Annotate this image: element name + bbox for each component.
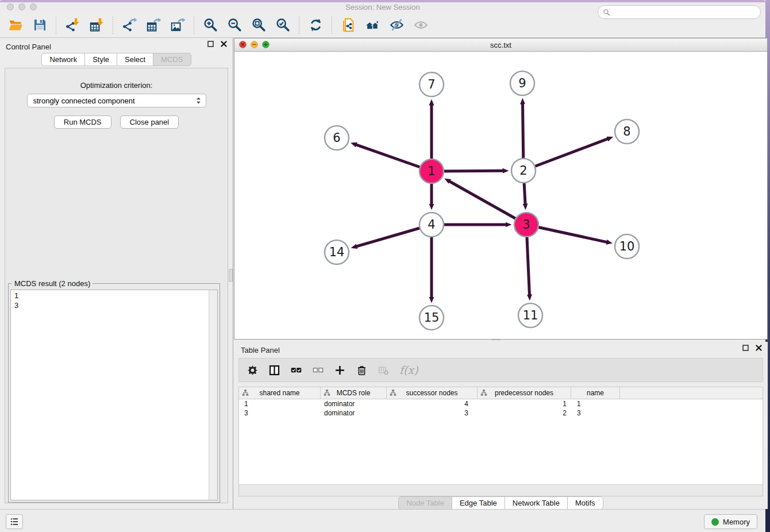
close-table-panel-icon[interactable] [756,345,762,351]
search-input[interactable] [613,7,760,17]
close-panel-button[interactable]: Close panel [120,115,179,129]
network-window-titlebar[interactable]: scc.txt [234,38,767,52]
table-cell[interactable]: 1 [478,399,571,408]
svg-text:11: 11 [523,309,538,322]
column-header-successor-nodes[interactable]: successor nodes [387,387,478,399]
memory-label: Memory [723,518,750,526]
select-all-icon[interactable] [290,364,302,376]
tab-select[interactable]: Select [117,53,153,66]
svg-text:7: 7 [428,78,435,91]
graph-node-10[interactable]: 10 [615,234,639,259]
float-panel-icon[interactable] [207,41,214,47]
table-settings-icon[interactable] [247,364,259,376]
delete-column-icon[interactable] [356,364,368,376]
close-panel-icon[interactable] [221,41,227,47]
search-box[interactable] [598,5,761,19]
network-graph[interactable]: 7968124314101511 [234,52,767,339]
toolbar-separator [194,17,194,34]
table-toolbar: f(x) [238,358,763,382]
node-table: shared nameMCDS rolesuccessor nodesprede… [238,387,763,496]
control-panel-title: Control Panel [6,43,51,51]
zoom-selected-icon[interactable] [273,16,292,35]
graph-edge-3-1[interactable] [449,181,527,225]
tab-mcds[interactable]: MCDS [153,53,191,66]
clone-network-icon[interactable] [338,16,358,35]
graph-node-3[interactable]: 3 [514,213,538,237]
tab-motifs[interactable]: Motifs [567,496,603,510]
optimization-criterion-select[interactable]: strongly connected component [27,94,206,107]
graph-node-11[interactable]: 11 [518,303,542,327]
panel-splitter-handle[interactable] [229,269,233,282]
table-cell[interactable]: dominator [321,399,387,408]
tab-style[interactable]: Style [84,53,117,66]
search-icon [603,9,610,16]
import-table-icon[interactable] [87,16,106,35]
table-cell[interactable]: 1 [571,399,620,408]
result-scrollbar[interactable] [209,290,217,500]
float-table-panel-icon[interactable] [742,345,749,351]
mcds-result-groupbox: MCDS result (2 nodes) 13 [8,283,220,503]
svg-text:2: 2 [519,164,527,178]
zoom-in-icon[interactable] [201,16,220,35]
add-column-icon[interactable] [334,364,346,376]
function-builder-icon: f(x) [399,364,418,376]
graph-node-1[interactable]: 1 [419,159,444,183]
hide-selected-icon[interactable] [387,16,406,35]
tab-network[interactable]: Network [41,53,85,66]
table-footer-strip [239,484,763,496]
result-line: 1 [14,291,205,300]
zoom-out-icon[interactable] [225,16,244,35]
graph-node-6[interactable]: 6 [325,126,349,150]
show-neighbors-icon[interactable] [363,16,382,35]
table-body: 1dominator4113dominator323 [239,399,763,418]
table-cell[interactable]: 3 [387,408,478,418]
tab-edge-table[interactable]: Edge Table [452,496,505,510]
column-header-predecessor-nodes[interactable]: predecessor nodes [478,387,571,399]
table-header-row: shared nameMCDS rolesuccessor nodesprede… [239,387,763,399]
table-cell[interactable]: dominator [321,408,387,418]
table-cell[interactable]: 3 [239,408,321,418]
graph-node-7[interactable]: 7 [419,72,444,97]
column-header-MCDS-role[interactable]: MCDS role [321,387,387,399]
graph-node-2[interactable]: 2 [511,159,536,183]
graph-node-9[interactable]: 9 [510,71,534,95]
show-hidden-icon [411,16,430,35]
svg-text:10: 10 [619,240,635,253]
svg-text:15: 15 [424,311,440,325]
graph-node-8[interactable]: 8 [615,119,639,144]
open-session-icon[interactable] [6,16,25,35]
table-cell[interactable]: 1 [239,399,321,408]
graph-edge-2-8[interactable] [523,138,608,171]
table-cell[interactable]: 4 [387,399,478,408]
graph-node-14[interactable]: 14 [325,240,349,264]
column-visibility-icon[interactable] [268,364,280,376]
mcds-result-textarea[interactable]: 13 [10,290,218,500]
table-panel-header: Table Panel [234,342,768,356]
deselect-all-icon[interactable] [312,364,324,376]
network-graph-canvas[interactable]: 7968124314101511 [234,52,767,339]
table-row[interactable]: 3dominator323 [239,408,763,418]
column-header-name[interactable]: name [571,387,620,399]
table-cell[interactable]: 3 [571,408,620,418]
memory-button[interactable]: Memory [704,514,757,529]
tab-network-table[interactable]: Network Table [505,496,568,510]
apply-layout-icon[interactable] [306,16,325,35]
save-session-icon[interactable] [30,16,49,35]
export-image-icon[interactable] [168,16,187,35]
export-network-icon[interactable] [120,16,139,35]
column-header-shared-name[interactable]: shared name [239,387,321,399]
graph-node-15[interactable]: 15 [419,306,444,330]
export-table-icon[interactable] [144,16,163,35]
tab-node-table[interactable]: Node Table [398,496,452,510]
result-line: 3 [14,300,205,310]
table-row[interactable]: 1dominator411 [239,399,763,408]
table-cell[interactable]: 2 [478,408,571,418]
svg-text:14: 14 [329,245,345,259]
table-panel-title: Table Panel [241,346,280,354]
memory-status-dot [711,518,719,526]
zoom-fit-icon[interactable] [249,16,268,35]
graph-node-4[interactable]: 4 [419,213,444,237]
task-history-button[interactable] [6,514,23,529]
run-mcds-button[interactable]: Run MCDS [54,115,111,129]
import-network-icon[interactable] [63,16,82,35]
